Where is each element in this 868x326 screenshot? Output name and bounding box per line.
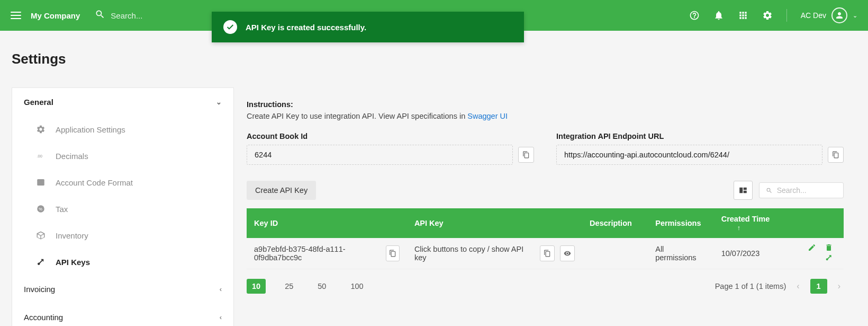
cell-key-id: a9b7ebfd-b375-48fd-a111-0f9dba7bcc9c — [254, 245, 375, 262]
copy-api-key-button[interactable] — [540, 245, 555, 261]
header-divider — [786, 9, 787, 22]
sidebar-item-account-code-format[interactable]: Account Code Format — [12, 169, 233, 196]
sidebar-item-label: Decimals — [56, 152, 88, 161]
svg-text:.00: .00 — [37, 154, 42, 158]
copy-endpoint-button[interactable] — [828, 147, 844, 163]
gear-icon — [35, 125, 46, 134]
sidebar-item-label: Application Settings — [56, 125, 125, 134]
apps-icon[interactable] — [738, 10, 748, 21]
col-key-id[interactable]: Key ID — [247, 208, 407, 238]
sidebar-item-application-settings[interactable]: Application Settings — [12, 116, 233, 143]
svg-rect-1 — [37, 179, 44, 186]
sidebar-item-label: Account Code Format — [56, 178, 133, 187]
code-format-icon — [35, 178, 46, 187]
table-row: a9b7ebfd-b375-48fd-a111-0f9dba7bcc9c Cli… — [247, 238, 844, 269]
sidebar-item-label: Tax — [56, 205, 68, 214]
copy-account-book-button[interactable] — [518, 147, 534, 163]
chevron-down-icon: ⌄ — [216, 98, 222, 106]
help-icon[interactable] — [689, 10, 700, 21]
table-search-input[interactable] — [777, 186, 837, 195]
cell-api-key-hint: Click buttons to copy / show API key — [414, 245, 529, 262]
chevron-down-icon: ⌄ — [853, 12, 857, 19]
cell-permissions: All permissions — [648, 238, 713, 269]
sidebar-section-general[interactable]: General ⌄ — [12, 88, 233, 116]
col-description[interactable]: Description — [582, 208, 648, 238]
percent-icon: % — [35, 204, 46, 214]
bell-icon[interactable] — [713, 10, 724, 21]
copy-key-id-button[interactable] — [386, 245, 400, 261]
check-circle-icon — [223, 20, 237, 34]
cell-description — [582, 238, 648, 269]
page-size-100[interactable]: 100 — [345, 279, 368, 294]
user-name: AC Dev — [801, 11, 826, 20]
edit-row-button[interactable] — [808, 243, 816, 252]
search-icon[interactable] — [95, 9, 105, 22]
sort-asc-icon: ↑ — [737, 224, 740, 232]
pager: 10 25 50 100 Page 1 of 1 (1 items) ‹ 1 › — [247, 279, 844, 294]
column-chooser-button[interactable] — [734, 181, 753, 200]
col-actions — [787, 208, 844, 238]
show-api-key-button[interactable] — [560, 245, 575, 261]
sidebar-section-accounting[interactable]: Accounting ‹ — [12, 303, 233, 326]
company-name[interactable]: My Company — [31, 11, 80, 20]
page-size-selector: 10 25 50 100 — [247, 279, 369, 294]
box-icon — [35, 231, 46, 240]
chevron-left-icon: ‹ — [220, 313, 222, 321]
col-permissions[interactable]: Permissions — [648, 208, 713, 238]
pager-next-button[interactable]: › — [835, 279, 844, 293]
main-content: Instructions: Create API Key to use inte… — [234, 87, 856, 294]
sidebar-item-label: Inventory — [56, 231, 88, 240]
page-size-25[interactable]: 25 — [279, 279, 299, 294]
endpoint-url-value: https://accounting-api.autocountcloud.co… — [556, 145, 822, 165]
toast-message: API Key is created successfully. — [246, 23, 366, 32]
sidebar-item-tax[interactable]: % Tax — [12, 196, 233, 222]
user-menu[interactable]: AC Dev ⌄ — [801, 7, 857, 23]
page-title: Settings — [12, 51, 856, 67]
pager-summary: Page 1 of 1 (1 items) — [715, 282, 786, 290]
sidebar-item-inventory[interactable]: Inventory — [12, 222, 233, 249]
key-icon — [35, 257, 46, 267]
sidebar-section-label: Invoicing — [24, 285, 55, 294]
page-size-10[interactable]: 10 — [247, 279, 266, 294]
sidebar-section-label: General — [24, 98, 53, 107]
cell-created: 10/07/2023 — [714, 238, 787, 269]
account-book-label: Account Book Id — [247, 132, 534, 140]
account-book-id-value: 6244 — [247, 145, 513, 165]
pager-current-page[interactable]: 1 — [810, 279, 827, 294]
app-header: My Company AC Dev ⌄ — [0, 0, 868, 31]
menu-icon[interactable] — [11, 12, 21, 19]
avatar — [831, 7, 847, 23]
delete-row-button[interactable] — [825, 243, 833, 252]
swagger-link[interactable]: Swagger UI — [467, 112, 508, 120]
success-toast: API Key is created successfully. — [212, 12, 524, 42]
sidebar-section-invoicing[interactable]: Invoicing ‹ — [12, 275, 233, 303]
sidebar-item-api-keys[interactable]: API Keys — [12, 249, 233, 275]
col-created-time[interactable]: Created Time ↑ — [714, 208, 787, 238]
chevron-left-icon: ‹ — [220, 285, 222, 293]
settings-sidebar: General ⌄ Application Settings .00 Decim… — [12, 87, 234, 326]
instructions-text: Create API Key to use integration API. V… — [247, 112, 844, 120]
pager-prev-button[interactable]: ‹ — [793, 279, 802, 293]
col-api-key[interactable]: API Key — [407, 208, 582, 238]
api-keys-table: Key ID API Key Description Permissions C… — [247, 208, 844, 269]
gear-icon[interactable] — [762, 10, 773, 21]
endpoint-label: Integration API Endpoint URL — [556, 132, 844, 140]
sidebar-item-label: API Keys — [56, 258, 90, 267]
create-api-key-button[interactable]: Create API Key — [247, 181, 316, 200]
svg-text:%: % — [39, 207, 42, 212]
page-size-50[interactable]: 50 — [312, 279, 331, 294]
decimals-icon: .00 — [35, 151, 46, 161]
sidebar-item-decimals[interactable]: .00 Decimals — [12, 143, 233, 169]
table-search[interactable] — [759, 182, 844, 198]
global-search-input[interactable] — [111, 11, 195, 20]
sidebar-section-label: Accounting — [24, 313, 63, 322]
regenerate-key-button[interactable] — [825, 253, 833, 262]
instructions-label: Instructions: — [247, 100, 844, 109]
